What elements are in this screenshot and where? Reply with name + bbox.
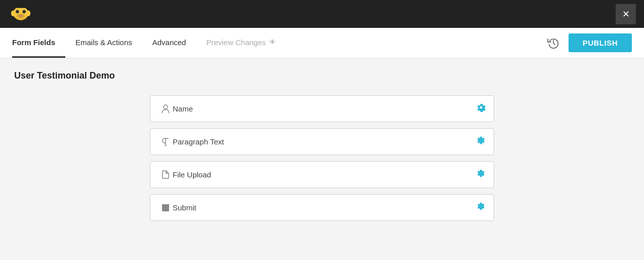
svg-point-14 [480, 205, 482, 208]
svg-point-6 [26, 10, 30, 16]
svg-point-11 [480, 139, 482, 142]
field-row-file-upload[interactable]: File Upload [150, 161, 494, 188]
form-fields-list: Name Paragraph Text [150, 95, 494, 221]
logo-icon [8, 4, 33, 24]
field-label-submit: Submit [173, 203, 476, 212]
svg-rect-8 [16, 4, 26, 8]
field-label-name: Name [173, 104, 476, 113]
publish-button[interactable]: PUBLISH [569, 33, 632, 52]
person-icon [158, 104, 173, 114]
tab-emails-actions[interactable]: Emails & Actions [65, 28, 142, 58]
square-icon [158, 204, 173, 212]
gear-icon-file-upload[interactable] [476, 169, 486, 180]
tab-advanced[interactable]: Advanced [142, 28, 196, 58]
field-label-file-upload: File Upload [173, 170, 476, 179]
svg-point-3 [22, 10, 26, 13]
svg-point-12 [480, 172, 482, 175]
top-bar: ✕ [0, 0, 644, 28]
nav-actions: PUBLISH [544, 33, 632, 52]
svg-point-5 [11, 10, 15, 16]
field-row-name[interactable]: Name [150, 95, 494, 122]
tab-form-fields[interactable]: Form Fields [12, 28, 65, 58]
nav-tabs: Form Fields Emails & Actions Advanced Pr… [12, 28, 286, 58]
svg-point-2 [16, 10, 19, 13]
close-button[interactable]: ✕ [616, 4, 636, 24]
gear-icon-paragraph-text[interactable] [476, 136, 486, 147]
field-row-submit[interactable]: Submit [150, 194, 494, 221]
paragraph-icon [158, 138, 173, 146]
page-title: User Testimonial Demo [14, 70, 630, 81]
field-row-paragraph-text[interactable]: Paragraph Text [150, 128, 494, 155]
history-button[interactable] [544, 34, 562, 52]
svg-rect-13 [162, 204, 169, 211]
field-label-paragraph-text: Paragraph Text [173, 137, 476, 146]
svg-point-10 [480, 106, 482, 109]
svg-point-4 [18, 14, 24, 18]
history-icon [547, 37, 559, 49]
main-content: User Testimonial Demo Name [0, 58, 644, 260]
tab-preview-changes[interactable]: Preview Changes 👁 [196, 28, 286, 58]
logo-area [8, 4, 33, 24]
nav-bar: Form Fields Emails & Actions Advanced Pr… [0, 28, 644, 58]
gear-icon-name[interactable] [476, 103, 486, 115]
svg-point-9 [164, 105, 168, 109]
file-icon [158, 170, 173, 179]
eye-icon: 👁 [269, 38, 276, 46]
gear-icon-submit[interactable] [476, 202, 486, 213]
